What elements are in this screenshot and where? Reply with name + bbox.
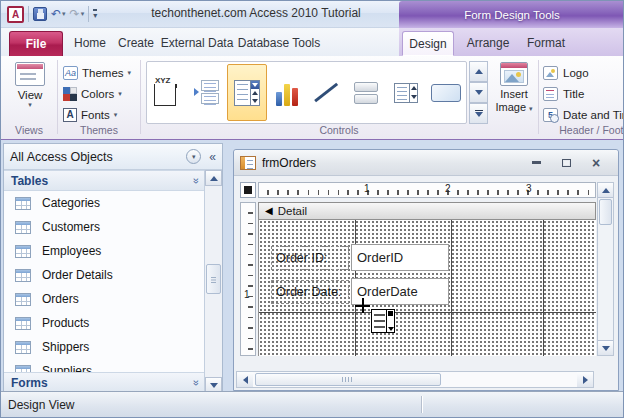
vertical-ruler: 1 [240, 202, 256, 356]
redo-button[interactable]: ↷▾ [70, 7, 85, 21]
nav-item-employees[interactable]: Employees [4, 239, 205, 263]
nav-section-forms[interactable]: Forms « [4, 372, 205, 393]
order-date-label-control[interactable]: Order Date: [271, 280, 349, 304]
access-app-icon[interactable]: A [7, 6, 24, 23]
nav-item-products[interactable]: Products [4, 311, 205, 335]
scroll-right-button[interactable] [577, 372, 593, 387]
horizontal-scroll-thumb[interactable] [255, 373, 441, 386]
tab-database-tools[interactable]: Database Tools [235, 31, 323, 56]
vertical-scroll-thumb[interactable] [599, 199, 612, 225]
chevron-down-icon: ▾ [192, 153, 196, 161]
scroll-up-button[interactable] [598, 183, 613, 198]
list-box-control-button[interactable] [386, 64, 426, 121]
tab-create[interactable]: Create [113, 31, 159, 56]
group-separator [538, 60, 539, 134]
down-arrow-icon [602, 346, 610, 351]
group-separator [57, 60, 58, 134]
nav-item-order-details[interactable]: Order Details [4, 263, 205, 287]
gallery-more-button[interactable] [469, 103, 488, 124]
scroll-down-button[interactable] [598, 340, 613, 355]
nav-section-forms-label: Forms [11, 376, 192, 390]
up-arrow-icon [602, 188, 610, 193]
tab-arrange[interactable]: Arrange [459, 31, 517, 56]
insert-image-label: Insert Image [495, 88, 527, 113]
order-id-label-control[interactable]: Order ID: [271, 246, 349, 270]
access-application-window: A ↶▾ ↷▾ ▾ techonthenet.com Access 2010 T… [0, 0, 624, 418]
detail-section-bar[interactable]: ◀ Detail [258, 202, 596, 220]
gallery-scroll-down-button[interactable] [469, 82, 488, 103]
label-control-button[interactable]: XYZ [147, 64, 187, 121]
tab-format[interactable]: Format [519, 31, 573, 56]
nav-item-label: Shippers [42, 340, 89, 354]
nav-scroll-thumb[interactable] [206, 264, 221, 294]
title-button[interactable]: Title [543, 83, 624, 104]
themes-button[interactable]: Aa Themes ▾ [63, 62, 131, 83]
fonts-button[interactable]: A Fonts ▾ [63, 104, 131, 125]
close-button[interactable]: × [588, 157, 604, 169]
gallery-scroll-up-button[interactable] [469, 61, 488, 82]
title-bar: A ↶▾ ↷▾ ▾ techonthenet.com Access 2010 T… [1, 1, 624, 28]
navigation-menu-button[interactable]: ▾ [186, 149, 201, 164]
rectangle-control-icon [431, 84, 461, 102]
tab-external-data[interactable]: External Data [159, 31, 235, 56]
colors-button-label: Colors [81, 88, 114, 100]
nav-item-label: Order Details [42, 268, 113, 282]
minimize-button[interactable] [528, 157, 544, 169]
nav-item-orders[interactable]: Orders [4, 287, 205, 311]
section-arrow-icon: ◀ [265, 206, 273, 216]
scroll-left-button[interactable] [237, 372, 253, 387]
collapse-pane-icon: « [209, 150, 216, 164]
toggle-button-control-button[interactable] [346, 64, 386, 121]
insert-image-button[interactable]: Insert Image ▾ [491, 61, 537, 131]
grid-line [451, 220, 452, 356]
form-designer-window: frmOrders × 1 2 3 1 ◀ Detail [233, 149, 619, 391]
title-icon [543, 87, 558, 101]
nav-section-tables[interactable]: Tables « [4, 170, 205, 191]
view-button[interactable]: View ▾ [9, 60, 51, 124]
form-design-grid[interactable]: Order ID: OrderID Order Date: OrderDate [258, 220, 596, 356]
form-selector-icon [244, 186, 252, 194]
nav-section-tables-label: Tables [11, 174, 192, 188]
restore-button[interactable] [558, 157, 574, 169]
insert-image-icon [500, 62, 528, 86]
ruler-ticks [248, 203, 253, 355]
form-selector-button[interactable] [240, 182, 256, 198]
line-control-button[interactable] [307, 64, 347, 121]
nav-item-customers[interactable]: Customers [4, 215, 205, 239]
quick-access-toolbar: A ↶▾ ↷▾ ▾ [7, 4, 97, 24]
rectangle-control-button[interactable] [426, 64, 466, 121]
views-group-label: Views [1, 124, 57, 136]
date-and-time-button[interactable]: 5 Date and Time [543, 104, 624, 125]
nav-item-label: Customers [42, 220, 100, 234]
logo-icon [543, 66, 558, 80]
chevron-down-icon: ▾ [62, 10, 66, 18]
nav-item-shippers[interactable]: Shippers [4, 335, 205, 359]
form-icon [240, 156, 256, 170]
chevron-down-icon: ▾ [81, 10, 85, 18]
customize-quick-access-toolbar-button[interactable]: ▾ [93, 9, 97, 19]
ruler-number: 3 [526, 183, 532, 194]
tab-home[interactable]: Home [67, 31, 113, 56]
nav-item-categories[interactable]: Categories [4, 191, 205, 215]
tab-design[interactable]: Design [402, 31, 454, 56]
right-arrow-icon [583, 376, 588, 384]
nav-scroll-up-button[interactable] [205, 170, 222, 186]
nav-pane-scrollbar [204, 170, 222, 393]
line-control-icon [315, 83, 339, 102]
nav-scroll-track[interactable] [205, 186, 222, 377]
undo-button[interactable]: ↶▾ [51, 7, 66, 21]
shutter-bar-close-button[interactable]: « [209, 150, 216, 164]
colors-button[interactable]: Colors ▾ [63, 83, 131, 104]
logo-button[interactable]: Logo [543, 62, 624, 83]
save-button[interactable] [33, 7, 47, 21]
ruler-ticks [259, 190, 595, 195]
combo-box-control-button[interactable] [227, 64, 267, 121]
chart-control-button[interactable] [267, 64, 307, 121]
tab-file[interactable]: File [9, 31, 63, 56]
date-time-button-label: Date and Time [563, 109, 624, 121]
table-icon [15, 341, 31, 354]
text-box-control-button[interactable] [187, 64, 227, 121]
order-id-textbox-control[interactable]: OrderID [351, 244, 449, 271]
chevron-down-icon: ▾ [114, 111, 118, 119]
navigation-pane-title: All Access Objects [10, 150, 186, 164]
